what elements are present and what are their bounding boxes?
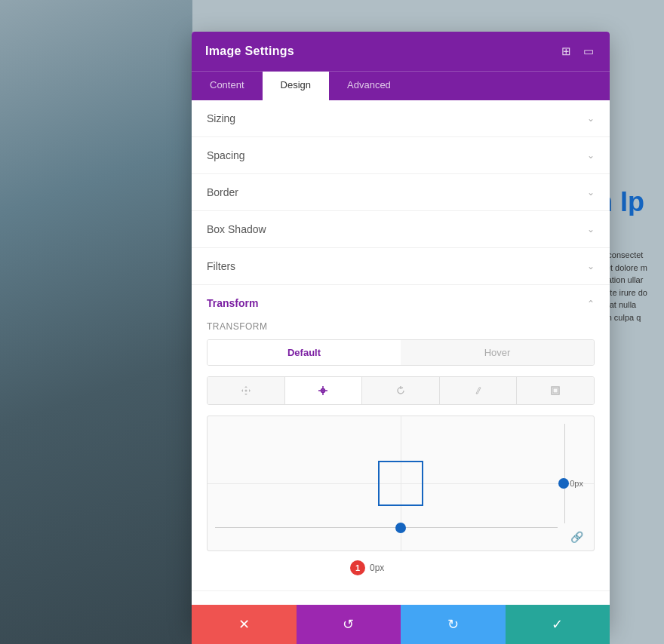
building-photo [0, 0, 192, 644]
sizing-header[interactable]: Sizing ⌄ [192, 100, 610, 136]
sizing-section: Sizing ⌄ [192, 100, 610, 137]
box-shadow-chevron: ⌄ [587, 224, 595, 235]
step-badge: 1 [350, 560, 365, 575]
tab-content[interactable]: Content [192, 72, 263, 100]
box-shadow-label: Box Shadow [207, 223, 266, 235]
modal-title: Image Settings [205, 44, 294, 58]
spacing-section: Spacing ⌄ [192, 137, 610, 174]
tab-design[interactable]: Design [263, 72, 329, 100]
transform-tools [207, 376, 595, 405]
box-shadow-header[interactable]: Box Shadow ⌄ [192, 211, 610, 247]
confirm-button[interactable]: ✓ [506, 605, 610, 644]
tabs-bar: Content Design Advanced [192, 71, 610, 100]
h-slider-track [215, 527, 558, 528]
action-bar: ✕ ↺ ↻ ✓ [192, 605, 610, 644]
tool-translate[interactable] [285, 377, 363, 404]
toggle-default[interactable]: Default [208, 340, 401, 365]
v-slider-track [564, 424, 565, 523]
h-slider-thumb[interactable] [395, 523, 406, 533]
svg-rect-5 [553, 388, 558, 393]
transform-chevron: ⌄ [587, 298, 595, 308]
v-slider-label: 0px [570, 479, 583, 488]
fullscreen-icon[interactable]: ⊞ [558, 44, 573, 59]
transform-sublabel: Transform [207, 321, 595, 332]
tab-advanced[interactable]: Advanced [329, 72, 409, 100]
transform-content: Transform Default Hover [192, 321, 610, 590]
redo-button[interactable]: ↻ [401, 605, 506, 644]
spacing-header[interactable]: Spacing ⌄ [192, 137, 610, 173]
spacing-label: Spacing [207, 149, 245, 161]
tool-move[interactable] [208, 377, 285, 404]
close-icon[interactable]: ▭ [581, 44, 596, 59]
sizing-chevron: ⌄ [587, 113, 595, 124]
spacing-chevron: ⌄ [587, 150, 595, 161]
border-chevron: ⌄ [587, 187, 595, 198]
reset-icon: ↺ [343, 616, 354, 633]
transform-header[interactable]: Transform ⌄ [192, 285, 610, 321]
modal-header: Image Settings ⊞ ▭ [192, 32, 610, 71]
modal-panel: Image Settings ⊞ ▭ Content Design Advanc… [192, 32, 610, 628]
filters-label: Filters [207, 260, 235, 272]
cancel-icon: ✕ [238, 616, 250, 633]
canvas-inner: 0px 🔗 [208, 416, 594, 550]
svg-point-0 [244, 390, 247, 392]
filters-chevron: ⌄ [587, 261, 595, 271]
modal-content: Sizing ⌄ Spacing ⌄ Border ⌄ Box Shadow ⌄ [192, 100, 610, 628]
border-section: Border ⌄ [192, 174, 610, 211]
tool-scale[interactable] [517, 377, 594, 404]
h-coord-value: 0px [370, 563, 384, 573]
redo-icon: ↻ [447, 616, 459, 633]
transform-canvas[interactable]: 0px 🔗 [207, 416, 595, 551]
header-icons: ⊞ ▭ [558, 44, 596, 59]
transform-toggle: Default Hover [207, 339, 595, 366]
border-label: Border [207, 186, 238, 198]
coord-display: 1 0px [207, 560, 595, 575]
toggle-hover[interactable]: Hover [401, 340, 594, 365]
transform-preview-box [378, 461, 423, 506]
tool-skew[interactable] [440, 377, 518, 404]
v-slider-thumb[interactable] [558, 478, 569, 489]
filters-section: Filters ⌄ [192, 248, 610, 285]
filters-header[interactable]: Filters ⌄ [192, 248, 610, 284]
confirm-icon: ✓ [552, 616, 563, 633]
box-shadow-section: Box Shadow ⌄ [192, 211, 610, 248]
reset-button[interactable]: ↺ [297, 605, 401, 644]
sizing-label: Sizing [207, 112, 235, 124]
transform-section: Transform ⌄ Transform Default Hover [192, 285, 610, 591]
tool-rotate[interactable] [362, 377, 440, 404]
transform-label: Transform [207, 297, 258, 309]
cancel-button[interactable]: ✕ [192, 605, 297, 644]
border-header[interactable]: Border ⌄ [192, 174, 610, 210]
link-icon[interactable]: 🔗 [570, 531, 583, 543]
